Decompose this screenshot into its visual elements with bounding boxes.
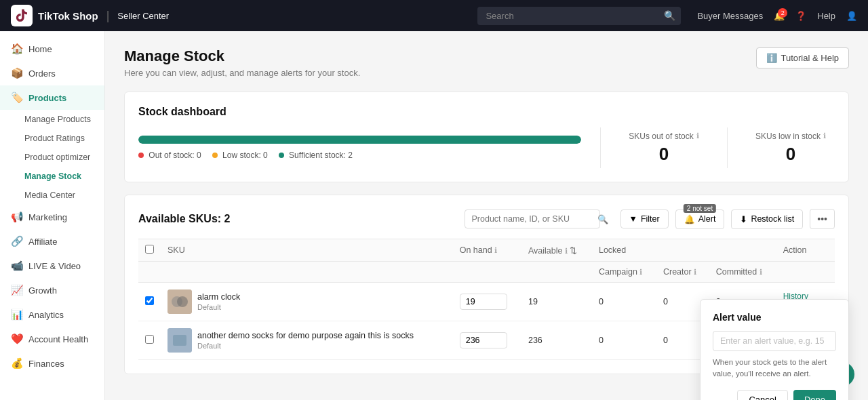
orders-icon: 📦	[11, 67, 23, 79]
help-icon: ❓	[795, 11, 806, 21]
sidebar-item-finances[interactable]: 💰 Finances	[0, 351, 104, 376]
notif-badge: 2	[778, 8, 787, 18]
not-set-badge: 2 not set	[684, 204, 716, 213]
skus-low-in-stock-stat: SKUs low in stock ℹ 0	[747, 132, 835, 165]
stock-dashboard-title: Stock dashboard	[138, 106, 835, 118]
skus-out-label: SKUs out of stock ℹ	[620, 132, 708, 141]
buyer-messages-button[interactable]: Buyer Messages	[697, 11, 763, 21]
sidebar-item-home[interactable]: 🏠 Home	[0, 37, 104, 61]
sidebar-subitem-media-center[interactable]: Media Center	[0, 186, 104, 205]
skus-out-info-icon[interactable]: ℹ	[696, 132, 699, 140]
avatar-icon[interactable]: 👤	[846, 11, 857, 21]
page-header-text: Manage Stock Here you can view, adjust, …	[124, 47, 360, 78]
sidebar-subitem-manage-stock[interactable]: Manage Stock	[0, 167, 104, 186]
sidebar-subitem-product-ratings[interactable]: Product Ratings	[0, 129, 104, 148]
available-info-icon[interactable]: ℹ	[565, 247, 568, 255]
sidebar-label-account-health: Account Health	[28, 334, 88, 344]
restock-button[interactable]: ⬇ Restock list	[731, 209, 803, 229]
stock-legend: Out of stock: 0 Low stock: 0 Sufficient …	[138, 151, 581, 160]
row1-checkbox[interactable]	[145, 296, 154, 305]
row2-campaign: 0	[592, 321, 656, 360]
row1-on-hand-input[interactable]	[460, 294, 507, 310]
page-title: Manage Stock	[124, 47, 360, 65]
row2-thumbnail	[167, 328, 192, 353]
row2-available: 236	[521, 321, 592, 360]
filter-icon: ▼	[629, 214, 637, 224]
row1-available: 19	[521, 283, 592, 321]
finances-icon: 💰	[11, 357, 23, 369]
sidebar-item-analytics[interactable]: 📊 Analytics	[0, 302, 104, 327]
sub-empty2	[161, 262, 453, 283]
sub-empty5	[776, 262, 835, 283]
notifications-button[interactable]: 🔔 2	[774, 11, 785, 21]
filter-label: Filter	[641, 214, 660, 224]
restock-label: Restock list	[751, 214, 794, 224]
row2-on-hand-input[interactable]	[460, 332, 507, 348]
stock-dashboard-card: Stock dashboard Out of stock: 0 Low stoc…	[124, 92, 849, 182]
topnav-actions: Buyer Messages 🔔 2 ❓ Help 👤	[697, 11, 857, 21]
creator-info-icon[interactable]: ℹ	[694, 268, 696, 276]
row1-on-hand	[453, 283, 521, 321]
sidebar-subitem-manage-products[interactable]: Manage Products	[0, 110, 104, 129]
sub-campaign: Campaign ℹ	[592, 262, 656, 283]
alert-value-input[interactable]	[713, 331, 836, 351]
legend-sufficient-label: Sufficient stock: 2	[289, 151, 353, 160]
sidebar-item-account-health[interactable]: ❤️ Account Health	[0, 327, 104, 351]
sidebar-label-finances: Finances	[28, 359, 64, 369]
affiliate-icon: 🔗	[11, 235, 23, 247]
topnav: TikTok Shop | Seller Center 🔍 Buyer Mess…	[0, 0, 868, 31]
page-subtitle: Here you can view, adjust, and manage al…	[124, 68, 360, 78]
sidebar-label-orders: Orders	[28, 68, 56, 79]
more-options-button[interactable]: •••	[810, 209, 835, 229]
filter-button[interactable]: ▼ Filter	[620, 209, 669, 228]
low-stock-dot	[212, 153, 218, 158]
row2-variant: Default	[197, 342, 414, 350]
header-locked: Locked	[592, 239, 776, 262]
sidebar-item-live-video[interactable]: 📹 LIVE & Video	[0, 254, 104, 278]
home-icon: 🏠	[11, 43, 23, 55]
alert-label: Alert	[698, 214, 716, 224]
header-action: Action	[776, 239, 835, 262]
skus-search-input[interactable]	[465, 209, 600, 228]
sidebar-item-growth[interactable]: 📈 Growth	[0, 278, 104, 302]
header-sku: SKU	[161, 239, 453, 262]
sidebar-label-analytics: Analytics	[28, 310, 64, 320]
committed-info-icon[interactable]: ℹ	[760, 268, 762, 276]
skus-search-container: 🔍	[465, 209, 614, 228]
campaign-info-icon[interactable]: ℹ	[639, 268, 642, 276]
cancel-button[interactable]: Cancel	[737, 390, 787, 401]
sort-icon[interactable]: ⇅	[570, 246, 577, 256]
sidebar-item-marketing[interactable]: 📢 Marketing	[0, 205, 104, 229]
stock-dashboard-inner: Out of stock: 0 Low stock: 0 Sufficient …	[138, 127, 835, 168]
tutorial-help-button[interactable]: ℹ️ Tutorial & Help	[756, 47, 850, 68]
sidebar-item-orders[interactable]: 📦 Orders	[0, 61, 104, 85]
search-input[interactable]	[477, 7, 681, 25]
stock-progress-bar	[138, 136, 581, 144]
row1-product-details: alarm clock Default	[197, 292, 240, 311]
legend-out-of-stock: Out of stock: 0	[138, 151, 201, 160]
nav-divider: |	[106, 9, 110, 23]
skus-low-info-icon[interactable]: ℹ	[823, 132, 826, 140]
sub-empty1	[138, 262, 161, 283]
row2-sku: another demo socks for demo purpose agai…	[161, 321, 453, 360]
help-button[interactable]: Help	[817, 11, 835, 21]
sidebar-item-affiliate[interactable]: 🔗 Affiliate	[0, 229, 104, 254]
media-center-label: Media Center	[24, 191, 75, 200]
tutorial-icon: ℹ️	[766, 53, 777, 63]
sidebar-item-products[interactable]: 🏷️ Products	[0, 85, 104, 110]
header-available: Available ℹ ⇅	[521, 239, 592, 262]
row1-thumbnail	[167, 289, 192, 314]
svg-point-2	[177, 296, 188, 307]
row1-campaign: 0	[592, 283, 656, 321]
select-all-checkbox[interactable]	[145, 245, 154, 254]
row1-variant: Default	[197, 303, 240, 311]
on-hand-info-icon[interactable]: ℹ	[494, 246, 497, 254]
done-button[interactable]: Done	[793, 390, 836, 401]
sidebar-subitem-product-optimizer[interactable]: Product optimizer	[0, 148, 104, 167]
row1-checkbox-cell	[138, 283, 161, 321]
download-icon: ⬇	[740, 214, 747, 224]
sidebar-label-affiliate: Affiliate	[28, 237, 57, 247]
progress-bar-fill	[138, 136, 581, 144]
row2-checkbox[interactable]	[145, 335, 154, 344]
sub-creator: Creator ℹ	[656, 262, 709, 283]
